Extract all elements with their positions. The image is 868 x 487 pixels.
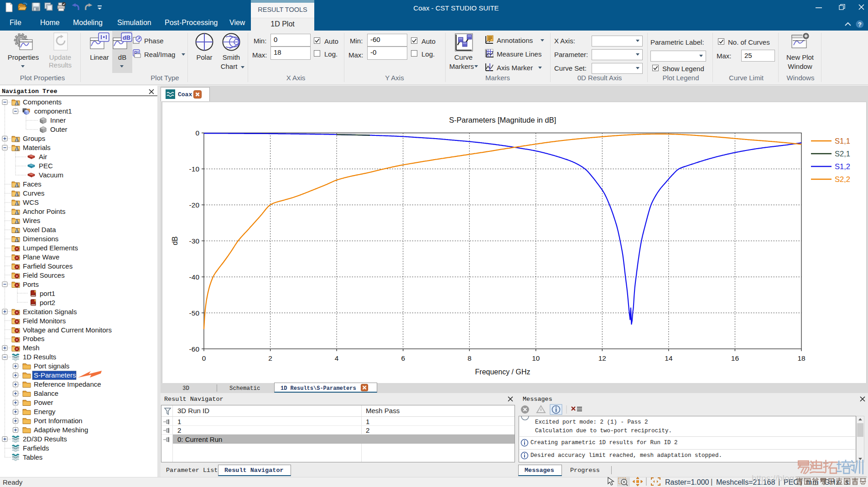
svg-text:PEC: PEC <box>39 162 53 170</box>
svg-text:S2,1: S2,1 <box>835 150 850 158</box>
svg-text:1D Results: 1D Results <box>23 353 56 361</box>
svg-text:Field Monitors: Field Monitors <box>23 317 66 325</box>
svg-text:Groups: Groups <box>23 135 45 142</box>
svg-text:Balance: Balance <box>34 389 58 397</box>
svg-text:Anchor Points: Anchor Points <box>23 207 65 215</box>
svg-text:Tables: Tables <box>23 453 42 461</box>
svg-text:S2,2: S2,2 <box>835 175 850 183</box>
svg-text:dB: dB <box>123 34 130 41</box>
svg-text:Farfields: Farfields <box>23 444 49 452</box>
svg-text:0: 0 <box>202 354 206 362</box>
svg-text:Adaptive Meshing: Adaptive Meshing <box>34 426 88 434</box>
svg-text:Reference Impedance: Reference Impedance <box>34 380 101 388</box>
svg-text:Vacuum: Vacuum <box>39 171 63 179</box>
svg-text:Curves: Curves <box>23 189 45 197</box>
svg-text:port2: port2 <box>40 299 55 306</box>
svg-text:8: 8 <box>468 354 472 362</box>
svg-text:-40: -40 <box>189 273 200 281</box>
svg-text:Dimensions: Dimensions <box>23 235 58 243</box>
svg-text:Field Sources: Field Sources <box>23 271 65 279</box>
svg-text:16: 16 <box>731 354 739 362</box>
svg-text:Lumped Elements: Lumped Elements <box>23 244 78 252</box>
svg-text:Ports: Ports <box>23 280 39 288</box>
svg-text:0: 0 <box>195 129 199 137</box>
svg-text:Materials: Materials <box>23 144 51 151</box>
svg-text:2D/3D Results: 2D/3D Results <box>23 435 67 443</box>
svg-text:-50: -50 <box>189 309 200 317</box>
svg-text:Probes: Probes <box>23 335 45 342</box>
svg-text:Inner: Inner <box>50 116 66 124</box>
svg-text:Components: Components <box>23 98 62 106</box>
svg-text:Wires: Wires <box>23 217 40 224</box>
svg-text:S1,1: S1,1 <box>835 137 850 145</box>
svg-text:-30: -30 <box>189 237 200 245</box>
svg-text:Voltage and Current Monitors: Voltage and Current Monitors <box>23 326 112 334</box>
svg-text:Excitation Signals: Excitation Signals <box>23 308 77 316</box>
svg-text:Farfield Sources: Farfield Sources <box>23 262 73 270</box>
svg-text:-60: -60 <box>189 345 200 353</box>
svg-text:port1: port1 <box>40 290 55 297</box>
svg-text:Mesh: Mesh <box>23 344 40 352</box>
svg-text:Power: Power <box>34 399 53 406</box>
svg-text:18: 18 <box>797 354 805 362</box>
svg-text:4: 4 <box>335 354 339 362</box>
svg-text:Voxel Data: Voxel Data <box>23 226 56 233</box>
svg-text:S1,2: S1,2 <box>835 162 850 171</box>
svg-text:Frequency / GHz: Frequency / GHz <box>475 368 530 376</box>
svg-text:-10: -10 <box>189 165 200 173</box>
svg-text:Air: Air <box>39 153 47 161</box>
svg-text:12: 12 <box>598 354 606 362</box>
svg-text:Energy: Energy <box>34 408 56 415</box>
svg-text:Plane Wave: Plane Wave <box>23 253 59 261</box>
svg-text:S-Parameters: S-Parameters <box>34 371 76 379</box>
svg-text:?: ? <box>858 21 862 28</box>
svg-text:dB: dB <box>171 236 179 245</box>
svg-text:6: 6 <box>401 354 405 362</box>
svg-text:-20: -20 <box>189 201 200 209</box>
svg-text:2: 2 <box>268 354 272 362</box>
svg-text:Faces: Faces <box>23 180 42 188</box>
svg-text:S-Parameters [Magnitude in dB]: S-Parameters [Magnitude in dB] <box>449 116 556 124</box>
svg-text:Port signals: Port signals <box>34 362 69 370</box>
svg-text:Outer: Outer <box>50 125 68 133</box>
svg-text:Port Information: Port Information <box>34 417 83 425</box>
svg-text:10: 10 <box>532 354 540 362</box>
svg-text:14: 14 <box>665 354 673 362</box>
svg-text:WCS: WCS <box>23 198 39 206</box>
svg-text:component1: component1 <box>34 107 72 115</box>
